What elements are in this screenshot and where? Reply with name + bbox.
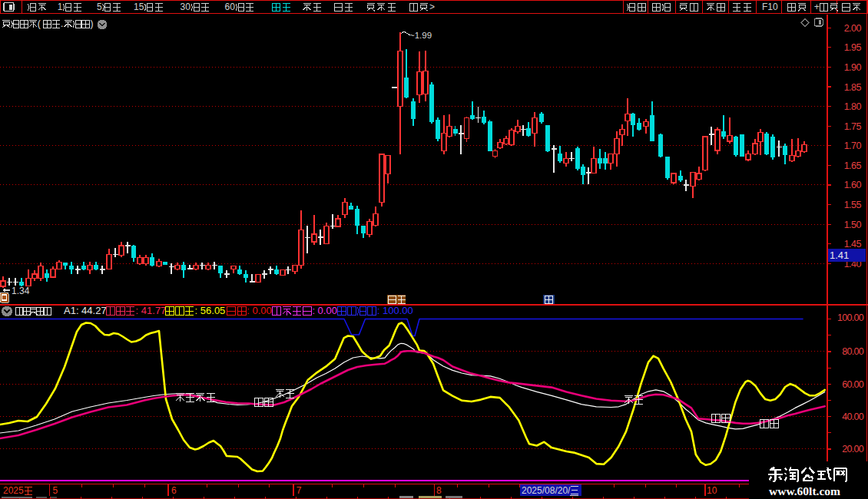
svg-text:): ) [91, 18, 94, 29]
svg-text:40.00: 40.00 [842, 411, 864, 422]
svg-text:1.45: 1.45 [844, 239, 862, 250]
svg-text:2025: 2025 [3, 485, 24, 496]
svg-text:1.41: 1.41 [830, 250, 849, 261]
svg-text:2025/08/20/: 2025/08/20/ [522, 485, 571, 496]
svg-text:.: . [61, 18, 63, 29]
svg-text:: 0.00: : 0.00 [312, 305, 337, 316]
svg-text:80.00: 80.00 [842, 346, 864, 357]
svg-text:: 41.77: : 41.77 [136, 305, 167, 316]
svg-text:: 0.00: : 0.00 [247, 305, 272, 316]
svg-text:A1: 44.27: A1: 44.27 [64, 305, 107, 316]
svg-text:1.75: 1.75 [844, 121, 862, 132]
svg-text:1.95: 1.95 [844, 42, 862, 53]
svg-text:1.55: 1.55 [844, 200, 862, 210]
svg-text:>: > [429, 2, 435, 12]
svg-text:1.85: 1.85 [844, 82, 862, 93]
svg-text:30: 30 [181, 2, 191, 12]
svg-text:2.00: 2.00 [844, 23, 862, 34]
svg-text:1.65: 1.65 [844, 160, 862, 171]
svg-text:(: ( [38, 18, 41, 29]
svg-text:1.90: 1.90 [844, 62, 862, 73]
svg-text:1.60: 1.60 [844, 180, 862, 190]
svg-text:5: 5 [53, 485, 58, 496]
svg-text:~1.99: ~1.99 [409, 31, 432, 40]
svg-text:1.50: 1.50 [844, 220, 862, 230]
svg-text:1: 1 [58, 2, 63, 12]
svg-text:8: 8 [436, 485, 442, 496]
svg-text:5: 5 [97, 2, 102, 12]
svg-text:20.00: 20.00 [842, 444, 864, 454]
svg-text:60.00: 60.00 [842, 379, 864, 390]
svg-text:60: 60 [225, 2, 236, 12]
svg-text:: 100.00: : 100.00 [377, 305, 413, 316]
svg-text:100.00: 100.00 [837, 312, 864, 323]
svg-text:6: 6 [171, 485, 177, 496]
svg-text:7: 7 [297, 485, 302, 496]
svg-text:www.60lt.com: www.60lt.com [769, 484, 840, 497]
svg-text:1.34: 1.34 [12, 286, 30, 296]
svg-text:: 56.05: : 56.05 [195, 305, 226, 316]
svg-text:1.80: 1.80 [844, 101, 862, 112]
svg-text:10: 10 [707, 485, 717, 496]
svg-text:F10: F10 [762, 2, 778, 12]
svg-text:+: + [814, 2, 820, 12]
svg-text:1.70: 1.70 [844, 140, 862, 151]
svg-text:15: 15 [134, 2, 144, 12]
